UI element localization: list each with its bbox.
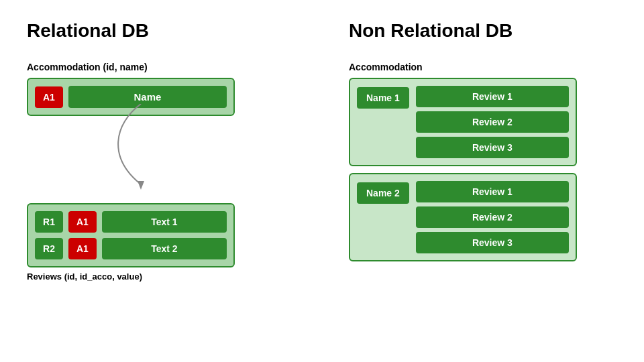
left-title: Relational DB: [27, 20, 295, 42]
nonrel-row-2: Name 2 Review 1 Review 2 Review 3: [357, 181, 569, 253]
nonrel-group-2: Name 2 Review 1 Review 2 Review 3: [349, 173, 577, 261]
nonrel-review-2-2: Review 2: [416, 206, 569, 228]
review-2-acco-id: A1: [68, 238, 97, 259]
accommodation-table: A1 Name: [27, 78, 235, 116]
reviews-section: R1 A1 Text 1 R2 A1 Text 2 Reviews (id, i…: [27, 203, 295, 282]
review-row-1: R1 A1 Text 1: [35, 211, 227, 233]
accommodation-id-cell: A1: [35, 86, 63, 108]
review-row-2: R2 A1 Text 2: [35, 238, 227, 259]
nonrel-accommodation-label: Accommodation: [349, 62, 617, 72]
nonrel-review-2-1: Review 1: [416, 181, 569, 202]
nonrel-review-2-3: Review 3: [416, 232, 569, 253]
reviews-label: Reviews (id, id_acco, value): [27, 272, 295, 282]
left-panel: Relational DB Accommodation (id, name) A…: [0, 0, 322, 362]
relation-arrow: [101, 104, 181, 198]
review-2-value: Text 2: [102, 238, 227, 259]
nonrel-row-1: Name 1 Review 1 Review 2 Review 3: [357, 86, 569, 158]
nonrel-reviews-2: Review 1 Review 2 Review 3: [416, 181, 569, 253]
nonrel-review-1-1: Review 1: [416, 86, 569, 107]
nonrel-group-1: Name 1 Review 1 Review 2 Review 3: [349, 78, 577, 166]
nonrel-review-1-3: Review 3: [416, 137, 569, 158]
review-1-acco-id: A1: [68, 211, 97, 233]
review-1-value: Text 1: [102, 211, 227, 233]
nonrel-review-1-2: Review 2: [416, 111, 569, 133]
main-container: Relational DB Accommodation (id, name) A…: [0, 0, 644, 362]
review-1-id: R1: [35, 211, 63, 233]
nonrel-reviews-1: Review 1 Review 2 Review 3: [416, 86, 569, 158]
nonrel-name-1: Name 1: [357, 87, 409, 109]
accommodation-name-cell: Name: [68, 86, 227, 108]
reviews-table: R1 A1 Text 1 R2 A1 Text 2: [27, 203, 235, 267]
svg-marker-0: [138, 181, 144, 190]
right-title: Non Relational DB: [349, 20, 617, 42]
right-panel: Non Relational DB Accommodation Name 1 R…: [322, 0, 644, 362]
nonrel-name-2: Name 2: [357, 182, 409, 204]
accommodation-label: Accommodation (id, name): [27, 62, 295, 72]
review-2-id: R2: [35, 238, 63, 259]
